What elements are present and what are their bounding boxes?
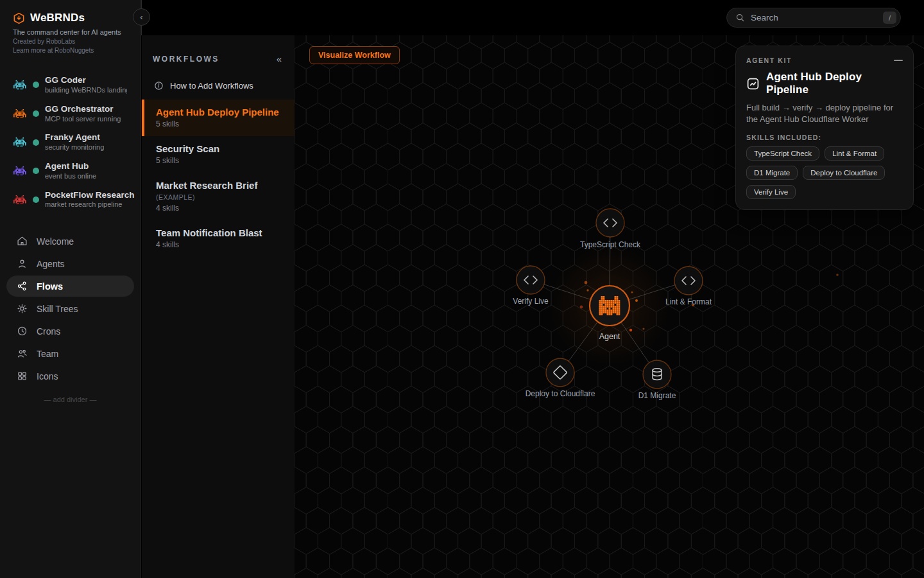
info-icon [154,81,164,91]
workflow-skill-count: 4 skills [156,204,284,213]
agent-kit-description: Full build → verify → deploy pipeline fo… [746,102,903,126]
sidebar-item-agents[interactable]: Agents [6,253,134,274]
nav-label: Flows [37,281,63,292]
skills-included-label: SKILLS INCLUDED: [746,134,903,141]
center-node-label: Agent [599,332,620,341]
workflow-canvas[interactable]: TypeScript Check Lint & Format Verify Li… [295,35,924,578]
status-dot [33,139,39,146]
brand-tagline: The command center for AI agents [13,28,141,36]
skill-chip[interactable]: Lint & Format [825,146,884,161]
agent-status: building WeBRNDs landing p… [45,86,127,95]
node-label: Lint & Format [665,297,712,306]
clock-icon [17,326,28,337]
sidebar-item-flows[interactable]: Flows [6,276,134,297]
agent-kit-label: AGENT KIT [746,57,792,64]
brand-name: WeBRNDs [30,12,85,24]
skill-chip[interactable]: Verify Live [746,185,796,199]
nav-label: Team [37,349,58,359]
workflow-item-security-scan[interactable]: Security Scan 5 skills [142,136,295,173]
agent-list: GG Coder building WeBRNDs landing p… GG … [0,71,141,214]
brand-learn-more[interactable]: Learn more at RoboNuggets [13,47,141,54]
share-network-icon [17,281,28,292]
node-label: Verify Live [513,297,549,306]
sidebar-collapse-button[interactable]: ‹ [133,8,150,26]
skill-chip[interactable]: TypeScript Check [746,146,819,161]
workflow-title: Security Scan [156,143,284,154]
sidebar-item-team[interactable]: Team [6,343,134,364]
workflow-skill-count: 4 skills [156,240,284,249]
invader-icon [13,195,27,204]
workflow-item-team-notification-blast[interactable]: Team Notification Blast 4 skills [142,220,295,257]
agent-status: event bus online [45,172,96,181]
user-icon [17,258,28,269]
search-input[interactable] [751,13,877,22]
agent-row-pocketflow-research[interactable]: PocketFlow Research market research pipe… [0,186,141,215]
add-divider-action[interactable]: — add divider — [0,396,141,403]
workflow-title: Team Notification Blast [156,227,284,238]
workflows-panel: WORKFLOWS « How to Add Workflows Agent H… [142,35,295,578]
workflow-skill-count: 5 skills [156,119,284,128]
workflow-item-market-research-brief[interactable]: Market Research Brief (EXAMPLE) 4 skills [142,173,295,220]
chevron-left-icon: ‹ [140,12,142,22]
sidebar-nav: Welcome Agents Flows Skill Trees Crons [0,231,141,387]
skill-node-verify-live[interactable]: Verify Live [513,266,549,306]
help-label: How to Add Workflows [170,81,253,91]
status-dot [33,110,39,117]
skill-chip[interactable]: Deploy to Cloudflare [803,166,885,180]
agent-row-franky-agent[interactable]: Franky Agent security monitoring [0,128,141,157]
shortcut-key-badge: / [883,12,896,24]
workflow-item-agent-hub-deploy-pipeline[interactable]: Agent Hub Deploy Pipeline 5 skills [142,100,295,136]
chart-icon [746,77,760,91]
brand-box-icon [13,12,25,24]
agent-kit-card: AGENT KIT Agent Hub Deploy Pipeline Full… [735,46,914,210]
agent-row-gg-coder[interactable]: GG Coder building WeBRNDs landing p… [0,71,141,100]
invader-icon [13,137,27,146]
skill-node-deploy-to-cloudflare[interactable]: Deploy to Cloudflare [526,358,595,398]
how-to-add-workflows-link[interactable]: How to Add Workflows [142,64,295,100]
sidebar-item-welcome[interactable]: Welcome [6,231,134,252]
status-dot [33,168,39,174]
grid-icon [17,371,28,381]
invader-icon [13,80,27,89]
status-dot [33,82,39,88]
node-label: Deploy to Cloudflare [526,389,595,398]
agent-row-gg-orchestrator[interactable]: GG Orchestrator MCP tool server running [0,100,141,128]
search-icon [735,13,745,22]
sidebar: WeBRNDs The command center for AI agents… [0,0,141,578]
workflows-header: WORKFLOWS [153,55,219,64]
skill-node-d1-migrate[interactable]: D1 Migrate [638,360,676,400]
node-label: D1 Migrate [638,391,676,400]
sidebar-item-crons[interactable]: Crons [6,320,134,342]
agent-status: security monitoring [45,143,104,152]
minimize-icon[interactable] [894,60,903,61]
search-bar: / [726,8,901,28]
brand-created-by: Created by RoboLabs [13,38,141,45]
agent-name: PocketFlow Research [45,190,135,201]
node-label: TypeScript Check [580,240,641,249]
agent-row-agent-hub[interactable]: Agent Hub event bus online [0,157,141,186]
panel-collapse-icon[interactable]: « [277,53,282,64]
skill-node-lint-format[interactable]: Lint & Format [665,267,712,306]
invader-icon [13,166,27,175]
nav-label: Welcome [37,236,74,247]
agent-status: MCP tool server running [45,115,121,124]
sidebar-item-icons[interactable]: Icons [6,365,134,387]
visualize-workflow-button[interactable]: Visualize Workflow [309,46,400,64]
workflow-title: Agent Hub Deploy Pipeline [156,107,284,118]
agent-name: GG Orchestrator [45,104,121,115]
nav-label: Agents [37,259,65,269]
invader-icon [13,109,27,118]
agent-name: Agent Hub [45,161,96,172]
home-icon [17,236,28,247]
skill-chips: TypeScript Check Lint & Format D1 Migrat… [746,146,903,199]
sidebar-item-skill-trees[interactable]: Skill Trees [6,298,134,319]
agent-status: market research pipeline [45,200,127,209]
agent-kit-title: Agent Hub Deploy Pipeline [766,71,903,96]
agent-name: GG Coder [45,75,127,86]
brand-block: WeBRNDs The command center for AI agents… [0,0,141,54]
status-dot [33,197,39,203]
nav-label: Crons [37,326,60,337]
sun-icon [17,303,28,314]
workflow-title: Market Research Brief (EXAMPLE) [156,180,284,202]
skill-chip[interactable]: D1 Migrate [746,166,798,180]
